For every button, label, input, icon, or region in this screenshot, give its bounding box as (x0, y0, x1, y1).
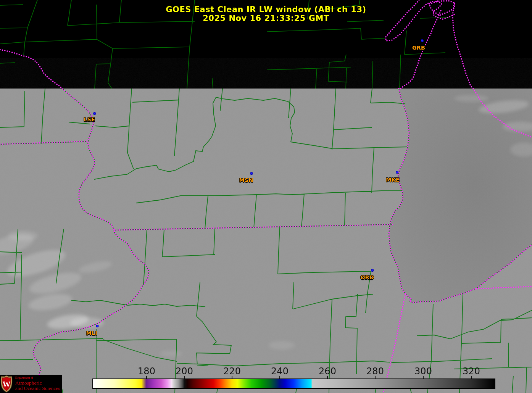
station-label-mke: MKE (386, 177, 400, 183)
svg-text:W: W (3, 380, 11, 389)
station-dot-lse (93, 112, 96, 115)
logo-line2: and Oceanic Sciences (15, 386, 60, 391)
colorbar-tick-label: 240 (271, 366, 289, 377)
station-dot-mli (96, 325, 98, 327)
colorbar-tick-label: 320 (463, 366, 480, 377)
image-title-block: GOES East Clean IR LW window (ABI ch 13)… (0, 5, 532, 23)
station-label-ord: ORD (360, 274, 374, 280)
colorbar-tick-label: 260 (319, 366, 336, 377)
colorbar-tick-label: 180 (138, 366, 155, 377)
image-noise (0, 89, 532, 393)
satellite-map: 180200220240260280300320 (0, 0, 532, 393)
station-dot-grb (421, 39, 424, 42)
station-label-grb: GRB (412, 45, 425, 51)
colorbar-tick-label: 300 (414, 366, 432, 377)
logo-dept-line: Department of (15, 377, 60, 380)
colorbar-tick-label: 220 (223, 366, 241, 377)
station-dot-ord (371, 269, 374, 272)
colorbar-tick-label: 200 (176, 366, 193, 377)
logo-line1: Atmospheric (15, 380, 60, 386)
station-label-msn: MSN (239, 177, 253, 183)
image-title: GOES East Clean IR LW window (ABI ch 13) (0, 5, 532, 14)
aos-logo: W Department of Atmospheric and Oceanic … (0, 375, 62, 393)
aos-logo-text: Department of Atmospheric and Oceanic Sc… (15, 377, 60, 391)
station-label-mli: MLI (86, 330, 97, 336)
colorbar-tick-label: 280 (366, 366, 384, 377)
station-dot-mke (396, 171, 398, 174)
station-dot-msn (250, 172, 253, 175)
station-label-lse: LSE (84, 116, 95, 122)
satellite-image-viewer: 180200220240260280300320 GOES East Clean… (0, 0, 532, 393)
colorbar (93, 379, 495, 388)
uw-crest-icon: W (0, 375, 13, 393)
image-timestamp: 2025 Nov 16 21:33:25 GMT (0, 14, 532, 23)
